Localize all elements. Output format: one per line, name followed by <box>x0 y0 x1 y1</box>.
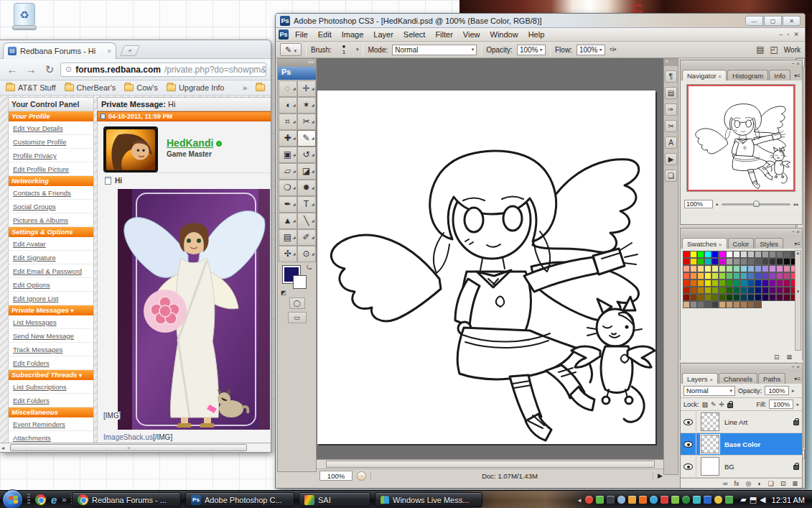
delete-layer-icon[interactable]: ⊠ <box>792 480 798 487</box>
color-swatch[interactable] <box>733 251 740 258</box>
delete-swatch-icon[interactable]: ⊠ <box>786 354 792 361</box>
color-swatch[interactable] <box>711 251 719 258</box>
layers-blend-mode-select[interactable]: Normal▾ <box>683 386 735 396</box>
navigator-tab-histogram[interactable]: Histogram <box>727 70 768 80</box>
color-swatch[interactable] <box>755 272 762 280</box>
color-swatch[interactable] <box>740 280 747 287</box>
color-swatch[interactable] <box>733 280 740 287</box>
tray-icon[interactable] <box>714 496 722 504</box>
layer-row[interactable]: Line Art <box>681 411 802 433</box>
posted-render-image[interactable] <box>112 189 271 430</box>
color-swatch[interactable] <box>719 251 726 258</box>
color-swatch[interactable] <box>726 287 733 294</box>
color-swatch[interactable] <box>697 251 704 258</box>
layer-visibility-cell[interactable] <box>681 433 696 455</box>
author-name-link[interactable]: HedKandi <box>167 137 213 149</box>
tab-close-icon[interactable]: × <box>718 73 722 80</box>
sidebar-link[interactable]: Profile Privacy <box>9 149 93 162</box>
color-swatch[interactable] <box>683 301 690 308</box>
opacity-field[interactable]: 100%▸ <box>517 45 546 55</box>
color-swatch[interactable] <box>769 265 776 272</box>
tab-close-icon[interactable]: × <box>709 377 713 383</box>
back-button[interactable]: ← <box>4 63 20 75</box>
color-swatch[interactable] <box>719 287 726 294</box>
tray-icon[interactable] <box>682 496 690 504</box>
color-swatch[interactable] <box>719 258 726 265</box>
sidebar-section-header[interactable]: Your Profile <box>9 111 93 121</box>
bridge-icon[interactable]: ◰ <box>770 45 778 55</box>
color-swatch[interactable] <box>683 265 690 272</box>
bookmark-folder[interactable]: Cow's <box>124 83 158 92</box>
color-swatch[interactable] <box>733 294 740 301</box>
tray-icon[interactable] <box>650 496 658 504</box>
crop-tool[interactable]: ⌗◢ <box>279 114 297 130</box>
color-swatch[interactable] <box>683 251 690 258</box>
browser-horizontal-scrollbar[interactable]: ◂ ≡ <box>0 443 271 452</box>
line-tool[interactable]: ╲◢ <box>297 213 316 229</box>
reload-button[interactable]: ↻ <box>42 63 57 76</box>
color-swatch[interactable] <box>762 287 769 294</box>
color-swatch[interactable] <box>783 265 790 272</box>
background-color-swatch[interactable] <box>294 276 306 288</box>
color-swatch[interactable] <box>683 272 690 280</box>
sidebar-link[interactable]: Edit Email & Password <box>9 264 93 278</box>
notes-tool[interactable]: ▤◢ <box>279 229 297 246</box>
color-swatch[interactable] <box>690 287 697 294</box>
start-button[interactable] <box>2 489 23 508</box>
eyedropper-tool[interactable]: ✐◢ <box>297 229 316 246</box>
chrome-quicklaunch-icon[interactable] <box>35 494 46 505</box>
sidebar-link[interactable]: Contacts & Friends <box>9 186 93 200</box>
layers-tab-paths[interactable]: Paths <box>758 373 785 384</box>
eraser-tool[interactable]: ▱◢ <box>279 163 297 180</box>
dodge-tool[interactable]: ✹◢ <box>297 180 316 196</box>
layers-tab-channels[interactable]: Channels <box>719 373 757 384</box>
layer-mask-icon[interactable]: ◎ <box>746 480 752 487</box>
ps-canvas[interactable] <box>317 91 655 444</box>
tray-chevron-icon[interactable]: ◂ <box>578 497 582 504</box>
recycle-bin-icon[interactable]: ♻ <box>10 3 39 37</box>
panel-menu-icon[interactable]: ▾≡ <box>794 376 801 382</box>
sidebar-section-header[interactable]: Networking <box>9 176 93 186</box>
tool-presets-panel-icon[interactable]: ✑ <box>665 103 677 116</box>
hand-tool[interactable]: ✣◢ <box>279 246 297 262</box>
color-swatch[interactable] <box>755 265 762 272</box>
bookmark-folder-cut[interactable] <box>256 84 265 91</box>
color-swatch[interactable] <box>740 272 747 280</box>
color-swatch[interactable] <box>762 280 769 287</box>
tab-close-icon[interactable]: × <box>719 241 722 248</box>
color-swatch[interactable] <box>711 294 719 301</box>
swatches-panel-topbar[interactable]: − × <box>681 228 802 236</box>
tray-icon[interactable] <box>596 496 604 504</box>
sidebar-section-header[interactable]: Miscellaneous <box>9 407 93 417</box>
zoom-in-icon[interactable]: ▴▴ <box>793 201 798 207</box>
color-swatch[interactable] <box>747 301 755 308</box>
new-layer-icon[interactable]: ⊡ <box>780 480 786 487</box>
brush-picker-arrow[interactable]: ▾ <box>356 47 359 52</box>
tray-icon[interactable] <box>617 496 625 504</box>
menu-help[interactable]: Help <box>523 30 550 39</box>
layer-visibility-cell[interactable] <box>681 456 696 477</box>
layer-row[interactable]: Base Color <box>681 433 802 456</box>
healing-brush-tool[interactable]: ✚◢ <box>279 130 297 147</box>
quick-mask-button[interactable]: ◯ <box>289 297 305 309</box>
minimize-button[interactable]: — <box>745 16 763 26</box>
color-swatch[interactable] <box>697 294 704 301</box>
color-swatch[interactable] <box>697 280 704 287</box>
bookmark-folder[interactable]: Upgrade Info <box>167 83 225 92</box>
color-swatch[interactable] <box>747 258 755 265</box>
sidebar-link[interactable]: Send New Message <box>9 329 93 343</box>
swatch-grid[interactable] <box>683 251 798 308</box>
layers-tab-layers[interactable]: Layers × <box>682 373 718 384</box>
color-swatch[interactable] <box>719 272 726 280</box>
sidebar-section-header[interactable]: Subscribed Threads ▾ <box>9 370 93 380</box>
zoom-tool[interactable]: ⊙◢ <box>297 246 316 262</box>
color-swatch[interactable] <box>769 272 776 280</box>
sidebar-section-header[interactable]: Settings & Options <box>9 227 93 237</box>
color-swatch[interactable] <box>755 301 762 308</box>
blur-tool[interactable]: ❍◢ <box>279 180 297 196</box>
taskbar-button-sai[interactable]: SAI <box>299 492 370 507</box>
rectangular-marquee-tool[interactable]: ◌◢ <box>279 80 297 97</box>
tray-icon[interactable] <box>704 496 711 504</box>
color-swatch[interactable] <box>733 272 740 280</box>
color-swatch[interactable] <box>776 258 783 265</box>
